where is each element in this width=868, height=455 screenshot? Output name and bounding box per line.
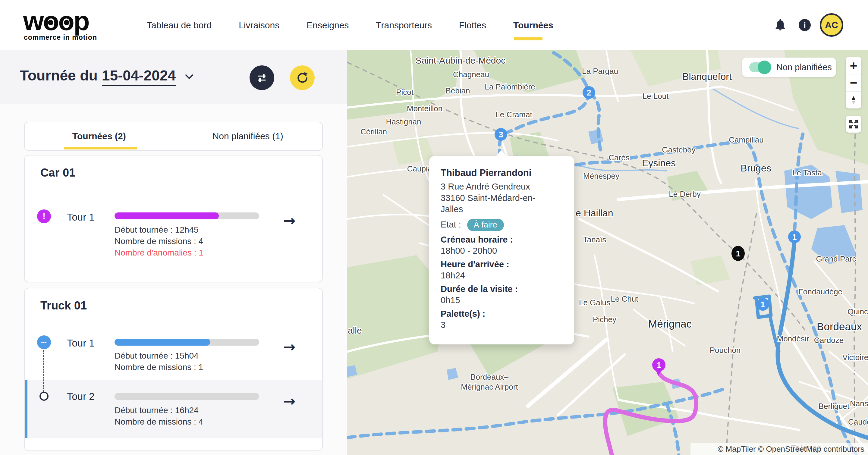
- map-label: Berliquet: [818, 402, 849, 411]
- panel-titlebar: Tournée du 15-04-2024: [0, 50, 347, 104]
- map-label: Bébian: [446, 86, 470, 95]
- svg-text:2: 2: [587, 88, 591, 97]
- map-label: La Pargau: [582, 67, 618, 76]
- map-label: Tanaïs: [583, 235, 607, 244]
- map-marker-stop-2[interactable]: 2: [583, 86, 595, 99]
- map-label: Eysines: [642, 158, 676, 168]
- nav-label: Tournées: [513, 20, 553, 30]
- open-tour-arrow[interactable]: →: [283, 394, 296, 408]
- refresh-button[interactable]: [290, 65, 315, 90]
- nav-item-flottes[interactable]: Flottes: [459, 0, 486, 50]
- map-marker-stop-1-black[interactable]: 1: [732, 246, 745, 261]
- tour-progressbar: [115, 393, 259, 400]
- tour-progressbar: [115, 213, 259, 219]
- tour-progress-fill: [115, 213, 219, 219]
- popup-arrival-value: 18h24: [441, 270, 465, 281]
- tour-details: Début tournée : 12h45 Nombre de missions…: [115, 224, 204, 259]
- map-label: Nansou: [850, 399, 868, 408]
- tour-details: Début tournée : 16h24 Nombre de missions…: [115, 405, 203, 428]
- notifications-bell-icon[interactable]: [773, 17, 787, 32]
- tour-progressbar: [115, 339, 259, 346]
- selected-row-accent-bar: [25, 380, 27, 438]
- tours-panel: Tournée du 15-04-2024: [0, 50, 347, 455]
- tab-label: Tournées (2): [72, 131, 126, 141]
- tours-tabs: Tournées (2) Non planifiées (1): [24, 122, 323, 151]
- logo-dot-1: [48, 20, 53, 25]
- open-tour-arrow[interactable]: →: [283, 339, 296, 354]
- map-marker-stop-1-blue-top[interactable]: 1: [788, 230, 801, 243]
- zoom-in-button[interactable]: +: [846, 57, 861, 74]
- map-label: alle: [348, 325, 362, 335]
- tab-tournees[interactable]: Tournées (2): [25, 122, 174, 150]
- tour-details: Début tournée : 15h04 Nombre de missions…: [115, 350, 203, 373]
- map-marker-stop-3[interactable]: 3: [495, 128, 507, 141]
- logo-word: woop: [23, 8, 89, 36]
- fullscreen-button[interactable]: [846, 116, 861, 133]
- avatar[interactable]: AC: [820, 13, 843, 37]
- popup-pallets-value: 3: [441, 320, 445, 330]
- nav-item-livraisons[interactable]: Livraisons: [239, 0, 279, 50]
- map-label: Caupia: [407, 164, 432, 173]
- filter-button[interactable]: [250, 65, 274, 90]
- compass-button[interactable]: ▲ ▼: [846, 91, 861, 108]
- map-label: Ménespey: [583, 171, 619, 181]
- avatar-initials: AC: [825, 20, 838, 30]
- map-label: Grand Parc: [816, 254, 856, 263]
- tour-start: Début tournée : 15h04: [115, 350, 203, 362]
- popup-arrival-label: Heure d'arrivée :: [441, 259, 509, 269]
- nav-item-tournees-active[interactable]: Tournées: [513, 0, 553, 50]
- active-tab-underline: [64, 147, 137, 150]
- map-label: e Haillan: [576, 207, 613, 219]
- map-label: Carès: [609, 153, 629, 162]
- zoom-out-button[interactable]: −: [846, 74, 861, 91]
- date-selector[interactable]: 15-04-2024: [102, 67, 176, 86]
- popup-address-line2: 33160 Saint-Médard-en-Jalles: [441, 193, 546, 215]
- map-marker-stop-1-blue-mid[interactable]: 1: [756, 298, 769, 311]
- badge-glyph: •••: [41, 340, 47, 345]
- map-label: Mérignac Airport: [461, 382, 518, 391]
- tab-non-planifiees[interactable]: Non planifiées (1): [174, 122, 322, 150]
- map-label: Hastignan: [386, 117, 421, 126]
- nav-item-enseignes[interactable]: Enseignes: [307, 0, 349, 50]
- map-label: Cérillan: [361, 127, 387, 136]
- map-label: Cauderès: [848, 417, 868, 426]
- vehicle-name: Car 01: [40, 166, 75, 179]
- map-label: Le Derby: [669, 190, 701, 199]
- map-label: Quinconce: [847, 307, 868, 316]
- woop-logo: woop commerce in motion: [23, 8, 123, 44]
- badge-glyph: !: [42, 212, 45, 221]
- map-label: Mondésir: [777, 334, 809, 343]
- tour-missions: Nombre de missions : 1: [115, 362, 203, 373]
- compass-south-icon: ▼: [850, 100, 857, 104]
- map-canvas[interactable]: Saint-Aubin-de-Médoc Chagneau La Pargau …: [347, 50, 868, 455]
- popup-pallets-label: Palette(s) :: [441, 309, 485, 319]
- map-label: Saint-Aubin-de-Médoc: [415, 56, 506, 65]
- map-label: Campillau: [729, 135, 764, 144]
- tour-connector-line: [43, 350, 44, 392]
- unplanned-toggle-card: Non planifiées: [742, 58, 836, 77]
- anomaly-badge-icon: !: [37, 209, 51, 223]
- open-tour-arrow[interactable]: →: [283, 213, 296, 228]
- minus-icon: −: [850, 76, 858, 90]
- tour-anomalies: Nombre d'anomalies : 1: [115, 247, 204, 259]
- chevron-down-icon[interactable]: [185, 74, 194, 80]
- popup-slot-label: Créneau horaire :: [441, 235, 513, 245]
- info-icon[interactable]: i: [799, 19, 811, 31]
- nav-item-tableau-de-bord[interactable]: Tableau de bord: [147, 0, 212, 50]
- nav-item-transporteurs[interactable]: Transporteurs: [376, 0, 432, 50]
- unplanned-toggle-switch[interactable]: [758, 61, 771, 74]
- svg-text:i: i: [804, 21, 806, 30]
- map-label: Bruges: [741, 163, 771, 173]
- vehicle-name: Truck 01: [40, 299, 87, 312]
- popup-caret: [496, 150, 507, 156]
- tour-start: Début tournée : 16h24: [115, 405, 203, 416]
- map-label: Pouchon: [710, 346, 741, 355]
- tour-label: Tour 2: [67, 391, 95, 402]
- vehicle-card-truck-01: Truck 01 ••• Tour 1 → Début tournée : 15…: [24, 288, 323, 451]
- map-label: Chagneau: [453, 70, 489, 79]
- svg-text:1: 1: [656, 361, 661, 370]
- logo-dot-2: [64, 20, 69, 25]
- popup-slot-value: 18h00 - 20h00: [441, 246, 497, 256]
- map-label: Picot: [396, 88, 414, 97]
- map-label: Fondaudège: [798, 287, 842, 296]
